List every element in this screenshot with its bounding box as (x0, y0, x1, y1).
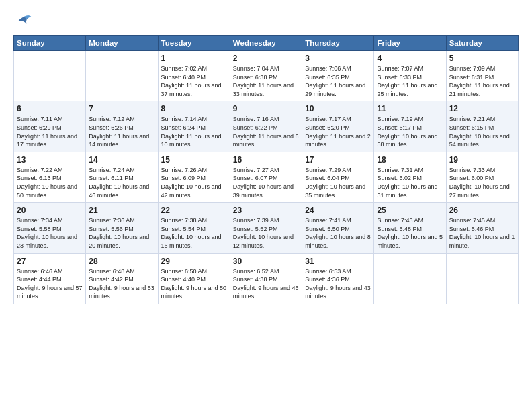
cell-content: Sunrise: 7:26 AM Sunset: 6:09 PM Dayligh… (161, 166, 227, 199)
calendar-cell (374, 253, 446, 304)
day-header-sunday: Sunday (14, 36, 86, 51)
cell-content: Sunrise: 7:27 AM Sunset: 6:07 PM Dayligh… (233, 166, 299, 199)
cell-content: Sunrise: 6:52 AM Sunset: 4:38 PM Dayligh… (233, 267, 299, 301)
cell-content: Sunrise: 7:43 AM Sunset: 5:48 PM Dayligh… (377, 216, 443, 250)
day-number: 16 (233, 155, 299, 165)
calendar-cell: 3Sunrise: 7:06 AM Sunset: 6:35 PM Daylig… (302, 51, 374, 101)
cell-content: Sunrise: 7:17 AM Sunset: 6:20 PM Dayligh… (305, 115, 371, 148)
calendar-cell: 1Sunrise: 7:02 AM Sunset: 6:40 PM Daylig… (158, 51, 230, 101)
day-number: 31 (305, 257, 371, 266)
calendar-cell: 18Sunrise: 7:31 AM Sunset: 6:02 PM Dayli… (374, 152, 446, 202)
day-number: 2 (233, 54, 299, 63)
day-number: 7 (89, 104, 154, 113)
cell-content: Sunrise: 7:16 AM Sunset: 6:22 PM Dayligh… (233, 115, 299, 148)
week-row-1: 1Sunrise: 7:02 AM Sunset: 6:40 PM Daylig… (14, 51, 519, 101)
day-number: 29 (161, 257, 227, 266)
day-number: 26 (449, 205, 515, 215)
day-number: 24 (305, 205, 371, 215)
calendar-cell: 7Sunrise: 7:12 AM Sunset: 6:26 PM Daylig… (86, 101, 158, 152)
cell-content: Sunrise: 7:33 AM Sunset: 6:00 PM Dayligh… (449, 166, 515, 199)
cell-content: Sunrise: 7:38 AM Sunset: 5:54 PM Dayligh… (161, 216, 227, 250)
cell-content: Sunrise: 7:39 AM Sunset: 5:52 PM Dayligh… (233, 216, 299, 250)
calendar-cell: 9Sunrise: 7:16 AM Sunset: 6:22 PM Daylig… (230, 101, 302, 152)
calendar-cell: 10Sunrise: 7:17 AM Sunset: 6:20 PM Dayli… (302, 101, 374, 152)
calendar-cell: 21Sunrise: 7:36 AM Sunset: 5:56 PM Dayli… (86, 203, 158, 253)
day-number: 25 (377, 205, 443, 215)
cell-content: Sunrise: 7:29 AM Sunset: 6:04 PM Dayligh… (305, 166, 371, 199)
calendar-cell: 12Sunrise: 7:21 AM Sunset: 6:15 PM Dayli… (446, 101, 518, 152)
day-number: 11 (377, 104, 443, 113)
cell-content: Sunrise: 7:34 AM Sunset: 5:58 PM Dayligh… (17, 216, 83, 250)
calendar-cell: 6Sunrise: 7:11 AM Sunset: 6:29 PM Daylig… (14, 101, 86, 152)
calendar-cell (446, 253, 518, 304)
cell-content: Sunrise: 7:06 AM Sunset: 6:35 PM Dayligh… (305, 64, 371, 98)
cell-content: Sunrise: 6:46 AM Sunset: 4:44 PM Dayligh… (17, 267, 83, 301)
cell-content: Sunrise: 7:07 AM Sunset: 6:33 PM Dayligh… (377, 64, 443, 98)
cell-content: Sunrise: 7:02 AM Sunset: 6:40 PM Dayligh… (161, 64, 227, 98)
cell-content: Sunrise: 7:11 AM Sunset: 6:29 PM Dayligh… (17, 115, 83, 148)
week-row-2: 6Sunrise: 7:11 AM Sunset: 6:29 PM Daylig… (14, 101, 519, 152)
day-number: 22 (161, 205, 227, 215)
day-number: 3 (305, 54, 371, 63)
day-header-thursday: Thursday (302, 36, 374, 51)
cell-content: Sunrise: 7:04 AM Sunset: 6:38 PM Dayligh… (233, 64, 299, 98)
calendar-cell: 16Sunrise: 7:27 AM Sunset: 6:07 PM Dayli… (230, 152, 302, 202)
calendar-cell: 15Sunrise: 7:26 AM Sunset: 6:09 PM Dayli… (158, 152, 230, 202)
day-number: 8 (161, 104, 227, 113)
day-header-friday: Friday (374, 36, 446, 51)
day-number: 15 (161, 155, 227, 165)
logo-icon (13, 11, 32, 30)
day-number: 6 (17, 104, 83, 113)
cell-content: Sunrise: 7:12 AM Sunset: 6:26 PM Dayligh… (89, 115, 154, 148)
calendar-cell (86, 51, 158, 101)
day-header-saturday: Saturday (446, 36, 518, 51)
cell-content: Sunrise: 7:09 AM Sunset: 6:31 PM Dayligh… (449, 64, 515, 98)
calendar-cell: 22Sunrise: 7:38 AM Sunset: 5:54 PM Dayli… (158, 203, 230, 253)
calendar-cell: 30Sunrise: 6:52 AM Sunset: 4:38 PM Dayli… (230, 253, 302, 304)
calendar-cell: 20Sunrise: 7:34 AM Sunset: 5:58 PM Dayli… (14, 203, 86, 253)
calendar-cell: 31Sunrise: 6:53 AM Sunset: 4:36 PM Dayli… (302, 253, 374, 304)
day-header-monday: Monday (86, 36, 158, 51)
day-number: 19 (449, 155, 515, 165)
calendar-cell: 28Sunrise: 6:48 AM Sunset: 4:42 PM Dayli… (86, 253, 158, 304)
calendar-cell: 2Sunrise: 7:04 AM Sunset: 6:38 PM Daylig… (230, 51, 302, 101)
header (13, 11, 519, 30)
cell-content: Sunrise: 7:14 AM Sunset: 6:24 PM Dayligh… (161, 115, 227, 148)
cell-content: Sunrise: 6:48 AM Sunset: 4:42 PM Dayligh… (89, 267, 154, 301)
day-number: 30 (233, 257, 299, 266)
day-header-tuesday: Tuesday (158, 36, 230, 51)
calendar-cell: 24Sunrise: 7:41 AM Sunset: 5:50 PM Dayli… (302, 203, 374, 253)
cell-content: Sunrise: 6:53 AM Sunset: 4:36 PM Dayligh… (305, 267, 371, 301)
calendar-cell: 4Sunrise: 7:07 AM Sunset: 6:33 PM Daylig… (374, 51, 446, 101)
day-number: 14 (89, 155, 154, 165)
week-row-3: 13Sunrise: 7:22 AM Sunset: 6:13 PM Dayli… (14, 152, 519, 202)
cell-content: Sunrise: 7:22 AM Sunset: 6:13 PM Dayligh… (17, 166, 83, 199)
page: SundayMondayTuesdayWednesdayThursdayFrid… (0, 0, 532, 411)
day-number: 9 (233, 104, 299, 113)
cell-content: Sunrise: 7:41 AM Sunset: 5:50 PM Dayligh… (305, 216, 371, 250)
day-number: 5 (449, 54, 515, 63)
day-number: 1 (161, 54, 227, 63)
cell-content: Sunrise: 7:36 AM Sunset: 5:56 PM Dayligh… (89, 216, 154, 250)
calendar-cell: 17Sunrise: 7:29 AM Sunset: 6:04 PM Dayli… (302, 152, 374, 202)
calendar-cell: 5Sunrise: 7:09 AM Sunset: 6:31 PM Daylig… (446, 51, 518, 101)
day-number: 18 (377, 155, 443, 165)
cell-content: Sunrise: 6:50 AM Sunset: 4:40 PM Dayligh… (161, 267, 227, 301)
calendar-cell: 14Sunrise: 7:24 AM Sunset: 6:11 PM Dayli… (86, 152, 158, 202)
cell-content: Sunrise: 7:19 AM Sunset: 6:17 PM Dayligh… (377, 115, 443, 148)
calendar-cell (14, 51, 86, 101)
day-number: 10 (305, 104, 371, 113)
cell-content: Sunrise: 7:24 AM Sunset: 6:11 PM Dayligh… (89, 166, 154, 199)
calendar-cell: 13Sunrise: 7:22 AM Sunset: 6:13 PM Dayli… (14, 152, 86, 202)
day-number: 23 (233, 205, 299, 215)
day-number: 21 (89, 205, 154, 215)
day-number: 17 (305, 155, 371, 165)
cell-content: Sunrise: 7:31 AM Sunset: 6:02 PM Dayligh… (377, 166, 443, 199)
calendar-cell: 26Sunrise: 7:45 AM Sunset: 5:46 PM Dayli… (446, 203, 518, 253)
calendar-cell: 8Sunrise: 7:14 AM Sunset: 6:24 PM Daylig… (158, 101, 230, 152)
calendar-cell: 11Sunrise: 7:19 AM Sunset: 6:17 PM Dayli… (374, 101, 446, 152)
day-number: 4 (377, 54, 443, 63)
calendar-cell: 23Sunrise: 7:39 AM Sunset: 5:52 PM Dayli… (230, 203, 302, 253)
logo (13, 11, 35, 30)
calendar-cell: 25Sunrise: 7:43 AM Sunset: 5:48 PM Dayli… (374, 203, 446, 253)
